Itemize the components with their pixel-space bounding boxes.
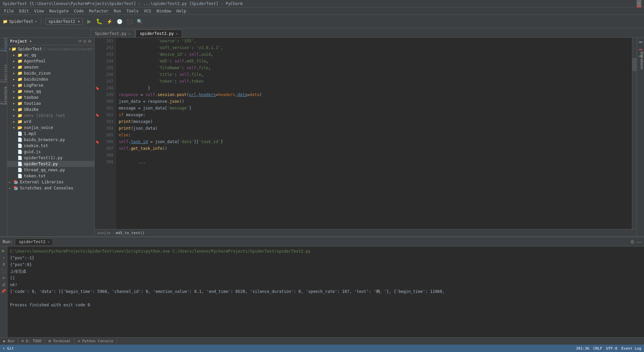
code-area[interactable]: 'source': '335', 'soft_version': 'v3.0.1… xyxy=(116,38,632,229)
panel-minimize-button[interactable]: — xyxy=(637,239,641,245)
sidebar-item-baidu-browsers-py[interactable]: 📄baidu_browsers.py xyxy=(7,137,94,143)
print-button[interactable]: 🖨 xyxy=(2,282,6,287)
scrollbar-area[interactable] xyxy=(632,38,637,229)
database-tab[interactable]: Database xyxy=(638,50,644,71)
line-num-295: 295 xyxy=(100,64,113,71)
structure-icon[interactable]: 2: Structure xyxy=(1,93,7,99)
settings-button[interactable]: ⚙ xyxy=(88,39,92,44)
sidebar-label-0: ac_qq xyxy=(24,53,36,57)
code-line-302: if message: xyxy=(119,112,629,118)
menu-item-vcs[interactable]: VCS xyxy=(141,8,154,14)
scroll-end-button[interactable]: ≡ xyxy=(2,275,5,280)
project-icon[interactable]: 1: Project xyxy=(1,42,7,48)
status-encoding[interactable]: UTF-8 xyxy=(606,346,617,351)
run-config-selector[interactable]: spiderTest2 ▾ xyxy=(45,18,83,25)
rerun-button[interactable]: ↑ xyxy=(2,255,5,260)
folder-icon: ▸ 📁 xyxy=(13,83,22,88)
sidebar-item-ac-qq[interactable]: ▸ 📁ac_qq xyxy=(7,52,94,58)
sidebar-item-xunjie-voice[interactable]: ▾ 📂xunjie_voice xyxy=(7,125,94,131)
pin-tab-button[interactable]: 📌 xyxy=(1,289,6,294)
folder-icon: ▸ 📁 xyxy=(13,53,22,57)
menu-item-tools[interactable]: Tools xyxy=(124,8,141,14)
sidebar-label-4: baiduindex xyxy=(24,77,48,82)
file-tab-close-0[interactable]: × xyxy=(128,32,130,36)
sidebar-item-thread-qq-news-py[interactable]: 📄thread_qq_news.py xyxy=(7,167,94,173)
sync-button[interactable]: ⟳ xyxy=(78,39,82,44)
profile-button[interactable]: 🕐 xyxy=(116,18,123,25)
run-tab-spidertest2[interactable]: spiderTest2 × xyxy=(15,238,53,245)
sidebar-item-venv-library-root[interactable]: ▸ 📁venv library root xyxy=(7,113,94,119)
sidebar-item-1-mp3[interactable]: 📄1.mp3 xyxy=(7,131,94,137)
menu-item-run[interactable]: Run xyxy=(111,8,124,14)
file-tab-close-1[interactable]: × xyxy=(176,32,178,36)
toolbar-project: 📁 SpiderTest ▾ xyxy=(3,19,37,24)
menu-item-refactor[interactable]: Refactor xyxy=(86,8,111,14)
pause-button[interactable]: ⏸ xyxy=(2,262,6,267)
code-line-303: print(message) xyxy=(119,118,629,125)
sidebar-item-spidertest-1--py[interactable]: 📄spiderTest(1).py xyxy=(7,155,94,161)
breadcrumb-method[interactable]: md5_to_text() xyxy=(116,231,145,235)
sidebar-item-scratches-and-consoles[interactable]: ▸ 📚Scratches and Consoles xyxy=(7,185,94,191)
sidebar-item-ubaike[interactable]: ▸ 📁UBaiKe xyxy=(7,106,94,113)
left-gutter: 1: Project 2: Favorites 2: Structure xyxy=(0,38,7,236)
tool-tab-2[interactable]: ⊞ Terminal xyxy=(45,338,74,345)
run-again-button[interactable]: ▶ xyxy=(2,248,5,253)
stop-run-button[interactable]: ⬛ xyxy=(1,269,6,273)
sidebar-item-logparse[interactable]: ▸ 📁LogParse xyxy=(7,82,94,88)
stop-button[interactable]: ⬛ xyxy=(126,18,133,25)
sidebar-item-spidertest-root[interactable]: ▼ 📁 SpiderTest C:\Users\lenovo\PycharmPr… xyxy=(7,46,94,52)
sidebar-item-baiduindex[interactable]: ▸ 📁baiduindex xyxy=(7,76,94,82)
run-tab-close[interactable]: × xyxy=(47,240,49,244)
sidebar-item-taobao[interactable]: ▸ 📁taobao xyxy=(7,94,94,100)
collapse-all-button[interactable]: ⊟ xyxy=(83,39,87,44)
sidebar-label-3: baidu_zixun xyxy=(24,71,50,76)
sidebar-item-token-txt[interactable]: 📄token.txt xyxy=(7,173,94,179)
tool-tab-0[interactable]: ▶ Run xyxy=(0,338,18,345)
sidebar-item-external-libraries[interactable]: ▸ 📚External Libraries xyxy=(7,179,94,185)
folder-icon: ▸ 📁 xyxy=(13,89,22,94)
sidebar-root-path: C:\Users\lenovo\PycharmProjects\S... xyxy=(43,47,94,51)
file-tab-0[interactable]: SpiderTest.py× xyxy=(91,30,135,37)
debug-button[interactable]: 🐛 xyxy=(96,18,103,25)
code-line-304: print(json_data) xyxy=(119,125,629,132)
menu-item-window[interactable]: Window xyxy=(154,8,174,14)
favorites-icon[interactable]: 2: Favorites xyxy=(1,71,7,77)
sidebar-item-spidertest2-py[interactable]: 📄spiderTest2.py xyxy=(7,161,94,167)
sidebar-item-toutiao[interactable]: ▸ 📁toutiao xyxy=(7,100,94,106)
menu-item-help[interactable]: Help xyxy=(174,8,189,14)
status-event-log[interactable]: Event Log xyxy=(621,346,641,351)
menu-item-file[interactable]: File xyxy=(1,8,16,14)
line-num-299: 299 xyxy=(100,91,113,98)
sidebar-label-2: amazon xyxy=(24,65,38,70)
console-line-0: {"pos":-1} xyxy=(10,255,641,261)
status-git[interactable]: ↑ Git xyxy=(3,346,14,351)
status-crlf[interactable]: CRLF xyxy=(593,346,602,351)
folder-open-icon: ▾ 📂 xyxy=(13,125,22,130)
sidebar-item-baidu-zixun[interactable]: ▸ 📁baidu_zixun xyxy=(7,70,94,76)
panel-settings-button[interactable]: ⚙ xyxy=(630,239,635,245)
sidebar-item-amazon[interactable]: ▸ 📁amazon xyxy=(7,64,94,70)
run-button[interactable]: ▶ xyxy=(86,18,93,25)
status-line-col[interactable]: 301:36 xyxy=(576,346,589,351)
menu-item-view[interactable]: View xyxy=(32,8,47,14)
coverage-button[interactable]: ⚡ xyxy=(106,18,113,25)
sidebar-item-guid-js[interactable]: 📄guid.js xyxy=(7,149,94,155)
menu-item-edit[interactable]: Edit xyxy=(16,8,32,14)
menu-item-navigate[interactable]: Navigate xyxy=(47,8,71,14)
menu-item-code[interactable]: Code xyxy=(71,8,87,14)
sidebar-item-agentpool[interactable]: ▸ 📁AgentPool xyxy=(7,58,94,64)
editor-area: 🔖🔖🔖 291292293294295296297298299300301302… xyxy=(95,38,637,236)
search-everywhere-button[interactable]: 🔍 xyxy=(136,18,143,25)
sidebar-label-7: taobao xyxy=(24,95,38,100)
sidebar-item-wrd[interactable]: ▸ 📁wrd xyxy=(7,119,94,125)
restore-button[interactable]: □ xyxy=(637,1,641,6)
breadcrumb-xunjie[interactable]: xunjie xyxy=(97,231,111,235)
sidebar-item-cookie-txt[interactable]: 📄cookie.txt xyxy=(7,143,94,149)
console-output[interactable]: C:\Users\lenovo\PycharmProjects\SpiderTe… xyxy=(7,247,644,337)
sidebar-item-news-qq[interactable]: ▸ 📁news_qq xyxy=(7,88,94,94)
tool-tab-3[interactable]: ⊙ Python Console xyxy=(74,338,117,345)
tool-tab-1[interactable]: ≡ 6: TODO xyxy=(18,338,45,345)
file-tab-1[interactable]: spiderTest2.py× xyxy=(136,30,182,37)
sidebar-label-1: AgentPool xyxy=(24,59,46,63)
title-bar: SpiderTest [C:\Users\lenovo\PycharmProje… xyxy=(0,0,644,7)
